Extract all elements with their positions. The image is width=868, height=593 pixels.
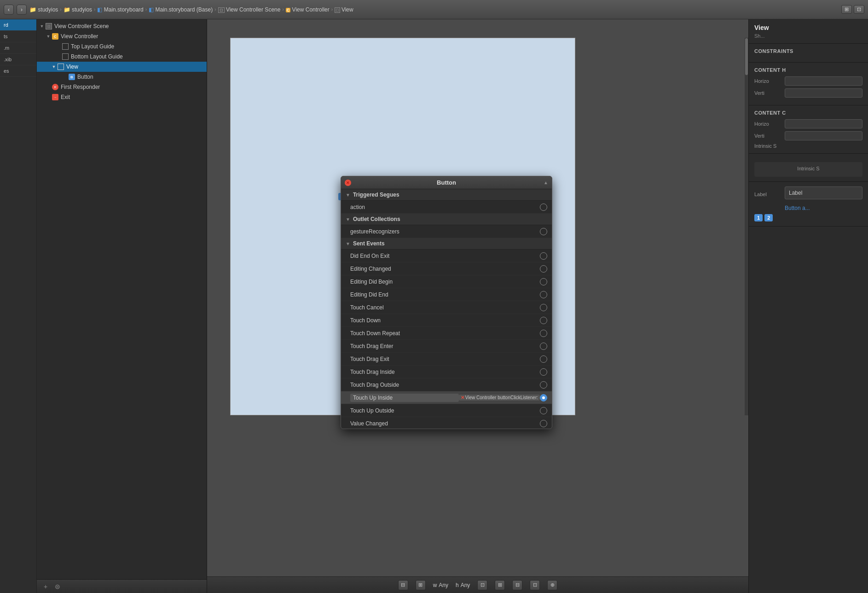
sidebar-item-rd[interactable]: rd	[0, 19, 36, 31]
breadcrumb-vc-scene[interactable]: ⊡ View Controller Scene	[218, 6, 281, 13]
touch-drag-outside-connect-button[interactable]	[540, 381, 547, 389]
popup-row-editing-did-end: Editing Did End	[341, 288, 552, 301]
triggered-segues-toggle-icon: ▼	[346, 192, 350, 198]
intrinsic-s-label: Intrinsic S	[754, 143, 862, 149]
sidebar-item-m[interactable]: .m	[0, 42, 36, 54]
inspector-constraints-title: Constraints	[754, 48, 862, 54]
breadcrumb-view[interactable]: □ View	[335, 6, 353, 13]
touch-down-connect-button[interactable]	[540, 317, 547, 324]
stepper-row: 1 2	[754, 214, 862, 221]
vc-toggle[interactable]: ▼	[45, 33, 52, 40]
breadcrumb-studyios-folder[interactable]: 📁 studyios	[29, 6, 58, 13]
cc-verti-input[interactable]	[785, 131, 862, 140]
sidebar-item-ts[interactable]: ts	[0, 31, 36, 42]
sidebar-item-xib[interactable]: .xib	[0, 54, 36, 65]
button-row: Button a...	[754, 205, 862, 211]
view-square-icon	[58, 64, 64, 70]
navigator-footer: + ⊜	[37, 579, 207, 593]
tree-item-view-controller[interactable]: ▼ C View Controller	[37, 31, 207, 41]
stepper-1-button[interactable]: 1	[754, 214, 763, 221]
breadcrumb: 📁 studyios › 📁 studyios › ◧ Main.storybo…	[29, 6, 839, 13]
breadcrumb-studyios-project[interactable]: 📁 studyios	[64, 6, 92, 13]
triggered-segues-header[interactable]: ▼ Triggered Segues	[341, 189, 552, 201]
navigator-filter-button[interactable]: ⊜	[52, 581, 63, 592]
canvas-layout-button-1[interactable]: ⊡	[477, 580, 487, 590]
intrinsic-title: Intrinsic S	[758, 166, 859, 171]
did-end-on-exit-label: Did End On Exit	[350, 253, 540, 259]
btn-icon: B	[69, 74, 75, 80]
did-end-on-exit-connect-button[interactable]	[540, 252, 547, 260]
tree-item-view[interactable]: ▼ View	[37, 62, 207, 72]
touch-down-label: Touch Down	[350, 317, 540, 324]
touch-drag-enter-connect-button[interactable]	[540, 343, 547, 350]
tree-item-button[interactable]: B Button	[37, 72, 207, 82]
canvas-zoom-in-button[interactable]: ⊞	[416, 580, 426, 590]
popup-row-gesture-recognizers: gestureRecognizers	[341, 225, 552, 238]
touch-drag-exit-label: Touch Drag Exit	[350, 356, 540, 362]
canvas-layout-button-5[interactable]: ⊕	[547, 580, 557, 590]
popup-row-touch-drag-exit: Touch Drag Exit	[341, 353, 552, 366]
canvas-layout-button-4[interactable]: ⊡	[530, 580, 540, 590]
touch-cancel-connect-button[interactable]	[540, 304, 547, 311]
gesture-recognizers-connect-button[interactable]	[540, 228, 547, 235]
ch-verti-input[interactable]	[785, 88, 862, 98]
tree-item-exit[interactable]: → Exit	[37, 92, 207, 102]
outlet-collections-header[interactable]: ▼ Outlet Collections	[341, 214, 552, 225]
vc-scene-toggle[interactable]: ▼	[39, 23, 45, 29]
sent-events-header[interactable]: ▼ Sent Events	[341, 238, 552, 250]
breadcrumb-view-controller[interactable]: C View Controller	[286, 6, 330, 13]
popup-scroll-up[interactable]: ▲	[544, 180, 548, 185]
sidebar-item-es[interactable]: es	[0, 65, 36, 77]
canvas-layout-button-3[interactable]: ⊟	[512, 580, 522, 590]
editing-did-begin-connect-button[interactable]	[540, 278, 547, 285]
editing-did-end-label: Editing Did End	[350, 291, 540, 298]
sent-events-label: Sent Events	[353, 240, 385, 247]
connection-x-icon[interactable]: ✕	[461, 395, 464, 400]
tree-item-bottom-layout[interactable]: Bottom Layout Guide	[37, 52, 207, 62]
navigator-add-button[interactable]: +	[41, 581, 51, 592]
breadcrumb-main-storyboard[interactable]: ◧ Main.storyboard	[97, 6, 143, 13]
tree-view: ▼ ⊡ View Controller Scene ▼ C View Contr…	[37, 19, 207, 579]
touch-drag-inside-connect-button[interactable]	[540, 368, 547, 376]
view-toggle[interactable]: ▼	[51, 64, 57, 70]
touch-drag-exit-connect-button[interactable]	[540, 355, 547, 363]
action-label: action	[350, 204, 540, 210]
value-changed-connect-button[interactable]	[540, 420, 547, 427]
touch-up-inside-connect-button[interactable]	[540, 394, 547, 401]
editing-did-end-connect-button[interactable]	[540, 291, 547, 298]
cc-horizo-input[interactable]	[785, 119, 862, 128]
ch-horizo-input[interactable]	[785, 76, 862, 86]
cc-verti-label: Verti	[754, 133, 782, 139]
main-content: rd ts .m .xib es ▼ ⊡ View Controller Sce…	[0, 19, 868, 593]
breadcrumb-main-storyboard-base[interactable]: ◧ Main.storyboard (Base)	[149, 6, 213, 13]
touch-up-outside-connect-button[interactable]	[540, 407, 547, 414]
inspector-intrinsic-section: Intrinsic S	[749, 154, 868, 182]
canvas-area: B ✕ Button ▲ ▼ Triggered Segues action	[207, 19, 748, 593]
canvas-zoom-out-button[interactable]: ⊟	[398, 580, 408, 590]
value-changed-label: Value Changed	[350, 420, 540, 427]
inspector-constraints-section: Constraints	[749, 44, 868, 63]
stepper-2-button[interactable]: 2	[764, 214, 773, 221]
back-button[interactable]: ‹	[4, 5, 14, 15]
fr-icon: R	[52, 84, 58, 90]
toolbar-right-controls: ⊞ ⊡	[841, 5, 864, 14]
touch-down-repeat-connect-button[interactable]	[540, 330, 547, 337]
tree-item-vc-scene[interactable]: ▼ ⊡ View Controller Scene	[37, 21, 207, 31]
canvas-scrollbar[interactable]	[745, 38, 748, 415]
forward-button[interactable]: ›	[17, 5, 27, 15]
grid-view-button[interactable]: ⊞	[841, 5, 852, 14]
breadcrumb-sep-6: ›	[331, 7, 333, 12]
label-field-label: Label	[754, 192, 782, 197]
action-connect-button[interactable]	[540, 203, 547, 211]
inspector-ch-horizo-row: Horizo	[754, 76, 862, 86]
canvas-layout-button-2[interactable]: ⊞	[495, 580, 505, 590]
inspector-subtitle: Sh...	[754, 33, 862, 39]
tree-item-top-layout[interactable]: Top Layout Guide	[37, 41, 207, 52]
editing-changed-connect-button[interactable]	[540, 265, 547, 273]
vc-scene-label: View Controller Scene	[54, 23, 109, 29]
panel-toggle-button[interactable]: ⊡	[854, 5, 864, 14]
popup-close-button[interactable]: ✕	[345, 180, 351, 186]
w-label: w	[433, 582, 437, 588]
tree-item-first-responder[interactable]: R First Responder	[37, 82, 207, 92]
square-icon	[62, 43, 69, 50]
